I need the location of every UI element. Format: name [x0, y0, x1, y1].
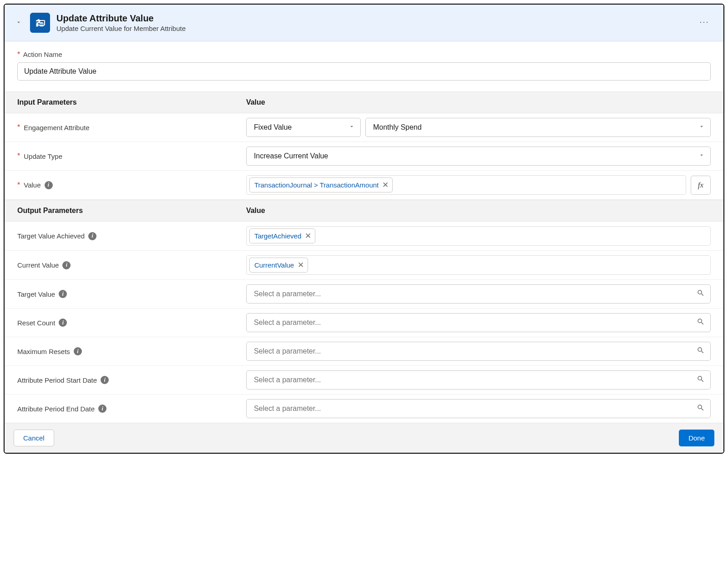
- chevron-down-icon: [349, 123, 355, 132]
- required-marker: *: [17, 123, 20, 132]
- required-marker: *: [17, 152, 20, 160]
- info-icon[interactable]: i: [98, 405, 106, 413]
- input-params-header: Input Parameters Value: [5, 91, 723, 113]
- remove-token-icon[interactable]: ✕: [382, 180, 389, 190]
- search-icon: [697, 404, 705, 414]
- panel-footer: Cancel Done: [5, 423, 723, 453]
- period-end-label: Attribute Period End Date: [17, 405, 95, 413]
- svg-point-6: [37, 23, 38, 24]
- svg-rect-5: [40, 20, 44, 21]
- row-period-start: Attribute Period Start Date i Select a p…: [5, 366, 723, 395]
- output-params-value-title: Value: [246, 207, 711, 215]
- max-resets-label: Maximum Resets: [17, 348, 70, 355]
- formula-button[interactable]: fx: [691, 176, 711, 195]
- row-update-type: * Update Type Increase Current Value: [5, 142, 723, 171]
- search-icon: [697, 375, 705, 385]
- target-achieved-token: TargetAchieved ✕: [249, 228, 315, 243]
- row-engagement-attribute: * Engagement Attribute Fixed Value Month…: [5, 113, 723, 142]
- action-name-section: * Action Name: [5, 41, 723, 91]
- target-achieved-token-text: TargetAchieved: [254, 232, 301, 240]
- row-max-resets: Maximum Resets i Select a parameter...: [5, 337, 723, 366]
- engagement-attribute-label: Engagement Attribute: [24, 124, 89, 132]
- info-icon[interactable]: i: [45, 181, 53, 189]
- reset-count-input[interactable]: Select a parameter...: [246, 313, 711, 332]
- output-params-header: Output Parameters Value: [5, 200, 723, 222]
- period-start-placeholder: Select a parameter...: [254, 376, 321, 384]
- update-type-select[interactable]: Increase Current Value: [246, 147, 711, 166]
- current-value-input[interactable]: CurrentValue ✕: [246, 255, 711, 275]
- value-label: Value: [24, 181, 40, 189]
- info-icon[interactable]: i: [59, 319, 67, 327]
- row-reset-count: Reset Count i Select a parameter...: [5, 309, 723, 337]
- chevron-down-icon: [698, 123, 705, 132]
- required-marker: *: [17, 51, 20, 58]
- remove-token-icon[interactable]: ✕: [305, 231, 311, 241]
- info-icon[interactable]: i: [59, 290, 67, 298]
- info-icon[interactable]: i: [62, 261, 71, 269]
- svg-rect-7: [40, 23, 44, 24]
- panel-header: Update Attribute Value Update Current Va…: [5, 5, 723, 41]
- row-value: * Value i TransactionJournal > Transacti…: [5, 171, 723, 200]
- value-token-input[interactable]: TransactionJournal > TransactionAmount ✕: [246, 175, 686, 195]
- current-value-token-text: CurrentValue: [254, 261, 294, 269]
- engagement-mode-value: Fixed Value: [254, 123, 292, 132]
- current-value-label: Current Value: [17, 261, 59, 269]
- panel-title: Update Attribute Value: [56, 13, 696, 24]
- period-end-input[interactable]: Select a parameter...: [246, 399, 711, 418]
- engagement-value-select[interactable]: Monthly Spend: [365, 118, 711, 137]
- engagement-mode-select[interactable]: Fixed Value: [246, 118, 361, 137]
- required-marker: *: [17, 181, 20, 189]
- done-button[interactable]: Done: [679, 430, 714, 446]
- row-current-value: Current Value i CurrentValue ✕: [5, 251, 723, 280]
- info-icon[interactable]: i: [101, 376, 109, 384]
- collapse-toggle[interactable]: [15, 19, 22, 27]
- row-period-end: Attribute Period End Date i Select a par…: [5, 395, 723, 423]
- remove-token-icon[interactable]: ✕: [298, 260, 304, 270]
- chevron-down-icon: [698, 152, 705, 160]
- reset-count-label: Reset Count: [17, 319, 55, 327]
- info-icon[interactable]: i: [74, 347, 82, 355]
- update-type-label: Update Type: [24, 152, 62, 160]
- value-token-text: TransactionJournal > TransactionAmount: [254, 181, 379, 189]
- action-name-label: Action Name: [23, 51, 62, 58]
- cancel-button[interactable]: Cancel: [14, 430, 54, 446]
- action-config-panel: Update Attribute Value Update Current Va…: [4, 4, 724, 454]
- period-start-input[interactable]: Select a parameter...: [246, 370, 711, 390]
- info-icon[interactable]: i: [88, 232, 96, 240]
- search-icon: [697, 346, 705, 356]
- current-value-token: CurrentValue ✕: [249, 258, 308, 273]
- output-params-title: Output Parameters: [17, 207, 246, 215]
- action-name-input[interactable]: [17, 62, 711, 81]
- input-params-value-title: Value: [246, 98, 711, 106]
- action-icon: [30, 13, 50, 33]
- target-achieved-input[interactable]: TargetAchieved ✕: [246, 226, 711, 246]
- svg-rect-9: [40, 25, 44, 26]
- engagement-value: Monthly Spend: [373, 123, 422, 132]
- period-start-label: Attribute Period Start Date: [17, 376, 97, 384]
- svg-point-8: [37, 25, 38, 27]
- panel-subtitle: Update Current Value for Member Attribut…: [56, 25, 696, 32]
- target-achieved-label: Target Value Achieved: [17, 232, 85, 240]
- target-value-label: Target Value: [17, 290, 55, 298]
- update-type-value: Increase Current Value: [254, 152, 328, 160]
- target-value-input[interactable]: Select a parameter...: [246, 284, 711, 304]
- max-resets-placeholder: Select a parameter...: [254, 347, 321, 355]
- max-resets-input[interactable]: Select a parameter...: [246, 342, 711, 361]
- row-target-achieved: Target Value Achieved i TargetAchieved ✕: [5, 222, 723, 251]
- input-params-title: Input Parameters: [17, 98, 246, 106]
- search-icon: [697, 318, 705, 328]
- reset-count-placeholder: Select a parameter...: [254, 319, 321, 327]
- more-menu-icon[interactable]: ⋮: [696, 15, 713, 30]
- search-icon: [697, 289, 705, 299]
- period-end-placeholder: Select a parameter...: [254, 405, 321, 413]
- value-token: TransactionJournal > TransactionAmount ✕: [249, 177, 393, 192]
- target-value-placeholder: Select a parameter...: [254, 290, 321, 298]
- row-target-value: Target Value i Select a parameter...: [5, 280, 723, 309]
